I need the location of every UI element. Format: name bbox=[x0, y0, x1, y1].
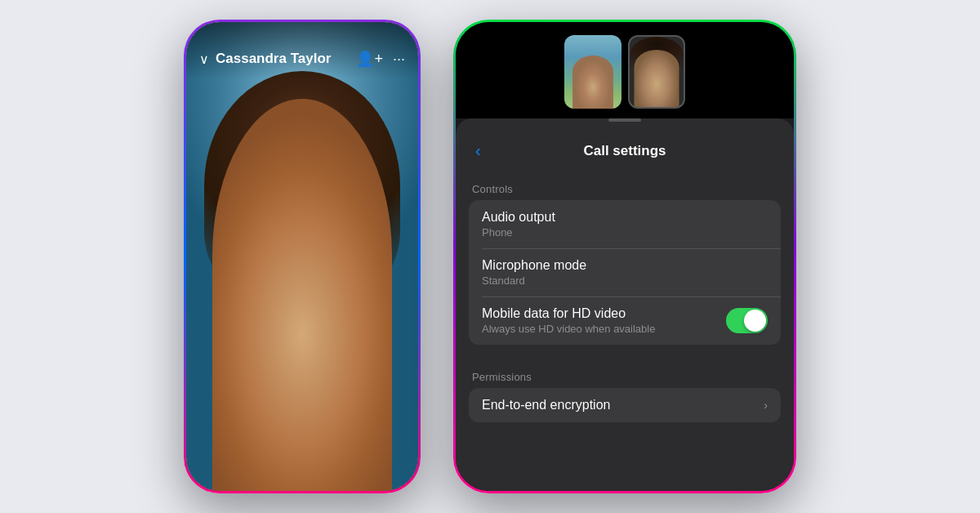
microphone-mode-subtitle: Standard bbox=[482, 274, 586, 287]
more-options-icon[interactable]: ··· bbox=[393, 51, 405, 68]
settings-panel: ‹ Call settings Controls Audio output Ph… bbox=[456, 118, 794, 491]
settings-title: Call settings bbox=[583, 143, 666, 159]
hd-video-toggle[interactable] bbox=[726, 308, 768, 333]
microphone-mode-left: Microphone mode Standard bbox=[482, 258, 586, 287]
video-thumb-2[interactable] bbox=[628, 35, 685, 109]
video-thumb-1[interactable] bbox=[564, 35, 621, 109]
settings-header: ‹ Call settings bbox=[456, 125, 794, 170]
permissions-section-label: Permissions bbox=[456, 358, 794, 388]
hd-video-title: Mobile data for HD video bbox=[482, 306, 655, 321]
hd-video-subtitle: Always use HD video when available bbox=[482, 323, 655, 335]
permissions-group: End-to-end encryption › bbox=[469, 388, 781, 422]
face-overlay bbox=[212, 99, 392, 491]
right-phone-inner: ‹ Call settings Controls Audio output Ph… bbox=[456, 22, 794, 491]
encryption-row[interactable]: End-to-end encryption › bbox=[469, 388, 781, 422]
microphone-mode-row[interactable]: Microphone mode Standard bbox=[469, 248, 781, 297]
video-bar bbox=[456, 22, 794, 118]
controls-group: Audio output Phone Microphone mode Stand… bbox=[469, 200, 781, 345]
thumb-hair-overlay bbox=[630, 37, 684, 74]
microphone-mode-title: Microphone mode bbox=[482, 258, 586, 273]
hd-video-row[interactable]: Mobile data for HD video Always use HD v… bbox=[469, 297, 781, 345]
chevron-down-icon[interactable]: ∨ bbox=[199, 51, 209, 67]
notch-bar bbox=[608, 118, 641, 122]
call-header: ∨ Cassandra Taylor 👤+ ··· bbox=[186, 22, 418, 79]
controls-section-label: Controls bbox=[456, 170, 794, 200]
audio-output-row[interactable]: Audio output Phone bbox=[469, 200, 781, 248]
audio-output-title: Audio output bbox=[482, 210, 555, 225]
hd-video-left: Mobile data for HD video Always use HD v… bbox=[482, 306, 655, 335]
encryption-title: End-to-end encryption bbox=[482, 398, 610, 413]
add-person-icon[interactable]: 👤+ bbox=[356, 50, 383, 68]
chevron-right-icon: › bbox=[764, 399, 768, 412]
left-phone: ∨ Cassandra Taylor 👤+ ··· bbox=[184, 20, 421, 493]
audio-output-subtitle: Phone bbox=[482, 226, 555, 239]
audio-output-left: Audio output Phone bbox=[482, 210, 555, 239]
left-phone-inner: ∨ Cassandra Taylor 👤+ ··· bbox=[186, 22, 418, 491]
back-button[interactable]: ‹ bbox=[472, 138, 484, 163]
spacer bbox=[456, 345, 794, 358]
toggle-knob bbox=[744, 310, 766, 332]
encryption-left: End-to-end encryption bbox=[482, 398, 610, 413]
right-phone: ‹ Call settings Controls Audio output Ph… bbox=[453, 20, 796, 493]
header-actions: 👤+ ··· bbox=[356, 50, 405, 68]
caller-name: Cassandra Taylor bbox=[216, 51, 350, 67]
